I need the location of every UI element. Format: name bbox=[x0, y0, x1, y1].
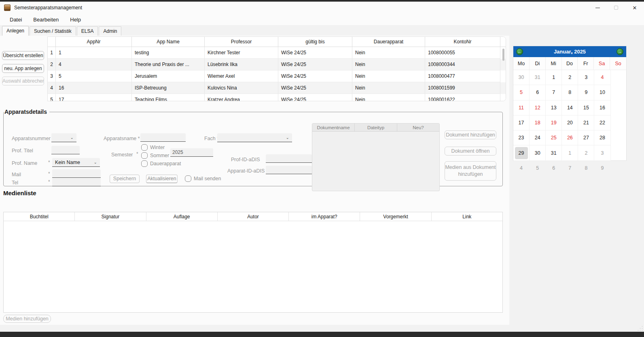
maximize-button[interactable] bbox=[607, 2, 625, 14]
tab-admin[interactable]: Admin bbox=[99, 26, 121, 36]
column-header[interactable]: gültig bis bbox=[278, 37, 352, 47]
scrollbar-thumb[interactable] bbox=[502, 49, 504, 61]
mail-input[interactable] bbox=[52, 169, 101, 178]
calendar-next-button[interactable]: → bbox=[616, 48, 623, 55]
calendar-day[interactable]: 14 bbox=[562, 100, 578, 115]
calendar-day[interactable]: 17 bbox=[513, 115, 530, 130]
table-row[interactable]: 35JerusalemWiemer AxelWiSe 24/25Nein1008… bbox=[48, 70, 506, 82]
calendar-day[interactable]: 16 bbox=[594, 100, 610, 115]
table-scrollbar[interactable] bbox=[502, 48, 505, 100]
menu-help[interactable]: Help bbox=[65, 15, 86, 24]
medien-hinzufuegen-button[interactable]: Medien hinzufügen bbox=[3, 315, 51, 323]
calendar-day[interactable]: 31 bbox=[546, 145, 562, 160]
speichern-button[interactable]: Speichern bbox=[110, 175, 140, 183]
calendar-day[interactable]: 3 bbox=[594, 145, 610, 160]
calendar-year[interactable]: 2025 bbox=[574, 49, 586, 55]
calendar-day[interactable]: 4 bbox=[513, 161, 530, 176]
calendar-day-selected[interactable]: 29 bbox=[513, 145, 530, 160]
prof-name-combo[interactable]: Kein Name⌄ bbox=[52, 158, 100, 167]
calendar-day[interactable]: 28 bbox=[594, 130, 610, 145]
calendar-day[interactable]: 30 bbox=[513, 70, 530, 85]
calendar-day[interactable]: 18 bbox=[530, 115, 546, 130]
calendar-day[interactable]: 4 bbox=[594, 70, 610, 85]
table-row[interactable]: 24Theorie und Praxis der ...Lüsebrink Il… bbox=[48, 59, 506, 70]
calendar-day[interactable]: 26 bbox=[562, 130, 578, 145]
column-header[interactable]: App Name bbox=[132, 37, 205, 47]
column-header[interactable]: Dauerapparat bbox=[352, 37, 425, 47]
tel-input[interactable] bbox=[52, 178, 101, 186]
calendar-day[interactable]: 1 bbox=[562, 145, 578, 160]
calendar-day[interactable]: 2 bbox=[562, 70, 578, 85]
uebersicht-erstellen-button[interactable]: Übersicht erstellen bbox=[2, 51, 44, 60]
sommer-radio[interactable] bbox=[141, 152, 148, 159]
calendar-day[interactable]: 7 bbox=[562, 161, 578, 176]
calendar-day[interactable]: 9 bbox=[594, 161, 610, 176]
calendar-day[interactable]: 24 bbox=[530, 130, 546, 145]
doc-column-header[interactable]: Dateityp bbox=[355, 124, 397, 131]
resize-grip-icon[interactable] bbox=[638, 326, 643, 331]
calendar-day[interactable]: 23 bbox=[513, 130, 530, 145]
menu-datei[interactable]: Datei bbox=[5, 15, 27, 24]
calendar-day[interactable]: 31 bbox=[530, 70, 546, 85]
apparatsnummer-combo[interactable]: ⌄ bbox=[51, 133, 76, 142]
calendar-day[interactable]: 8 bbox=[562, 85, 578, 100]
calendar-day[interactable]: 13 bbox=[546, 100, 562, 115]
medien-column-header[interactable]: Signatur bbox=[75, 212, 146, 221]
table-row[interactable]: 416ISP-BetreuungKulovics NinaWiSe 24/25N… bbox=[48, 82, 506, 94]
calendar-day[interactable]: 5 bbox=[530, 161, 546, 176]
neu-app-anlegen-button[interactable]: neu. App anlegen bbox=[2, 64, 44, 73]
calendar-day[interactable]: 7 bbox=[546, 85, 562, 100]
column-header[interactable]: KontoNr bbox=[425, 37, 500, 47]
medien-column-header[interactable]: Autor bbox=[218, 212, 289, 221]
menu-bearbeiten[interactable]: Bearbeiten bbox=[28, 15, 64, 24]
medien-aus-dokument-button[interactable]: Medien aus Dokument hinzufügen bbox=[445, 161, 496, 181]
calendar-day[interactable]: 25 bbox=[546, 130, 562, 145]
doc-column-header[interactable]: Neu? bbox=[397, 124, 439, 131]
calendar-day[interactable]: 3 bbox=[578, 70, 594, 85]
calendar-day[interactable]: 20 bbox=[562, 115, 578, 130]
column-header[interactable]: Professor bbox=[205, 37, 278, 47]
medien-column-header[interactable]: Link bbox=[432, 212, 502, 221]
calendar-month[interactable]: Januar bbox=[554, 49, 571, 55]
tab-anlegen[interactable]: Anlegen bbox=[2, 26, 29, 36]
column-header[interactable]: AppNr bbox=[56, 37, 132, 47]
semester-year-input[interactable] bbox=[170, 148, 213, 157]
calendar-day[interactable]: 15 bbox=[578, 100, 594, 115]
dauerapparat-radio[interactable] bbox=[141, 160, 148, 167]
dokument-oeffnen-button[interactable]: Dokument öffnen bbox=[445, 147, 496, 156]
prof-titel-input[interactable] bbox=[51, 146, 80, 154]
auswahl-abbrechen-button[interactable]: Auswahl abbrechen bbox=[2, 77, 44, 85]
calendar-day[interactable]: 21 bbox=[578, 115, 594, 130]
calendar-day[interactable]: 9 bbox=[578, 85, 594, 100]
table-row[interactable]: 11testingKirchner TesterWiSe 24/25Nein10… bbox=[48, 47, 506, 59]
medien-column-header[interactable]: Vorgemerkt bbox=[360, 212, 431, 221]
apparat-id-adis-input[interactable] bbox=[266, 166, 312, 174]
calendar-day[interactable]: 6 bbox=[530, 85, 546, 100]
calendar-day[interactable]: 19 bbox=[546, 115, 562, 130]
calendar-day[interactable]: 1 bbox=[546, 70, 562, 85]
close-button[interactable]: ✕ bbox=[625, 2, 644, 14]
calendar-day[interactable]: 2 bbox=[578, 145, 594, 160]
table-row[interactable]: 517Teaching FilmsKratzer AndreaWiSe 24/2… bbox=[48, 94, 506, 101]
calendar-day[interactable]: 8 bbox=[578, 161, 594, 176]
calendar-day[interactable]: 10 bbox=[594, 85, 610, 100]
calendar-day[interactable]: 12 bbox=[530, 100, 546, 115]
fach-combo[interactable]: ⌄ bbox=[217, 133, 292, 142]
apparatsname-input[interactable] bbox=[140, 133, 186, 142]
calendar-day[interactable]: 6 bbox=[546, 161, 562, 176]
tab-suchen-statistik[interactable]: Suchen / Statistik bbox=[30, 26, 76, 36]
mail-senden-checkbox[interactable] bbox=[185, 175, 191, 182]
tab-elsa[interactable]: ELSA bbox=[77, 26, 98, 36]
calendar-prev-button[interactable]: ← bbox=[516, 48, 523, 55]
calendar-day[interactable]: 22 bbox=[594, 115, 610, 130]
calendar-day[interactable]: 11 bbox=[513, 100, 530, 115]
calendar-day[interactable]: 30 bbox=[530, 145, 546, 160]
doc-column-header[interactable]: Dokumentname bbox=[312, 124, 355, 131]
medien-column-header[interactable]: Auflage bbox=[146, 212, 218, 221]
dokument-hinzufuegen-button[interactable]: Dokument hinzufügen bbox=[445, 130, 496, 139]
winter-radio[interactable] bbox=[141, 144, 148, 151]
calendar-day[interactable]: 5 bbox=[513, 85, 530, 100]
medien-column-header[interactable]: Buchtitel bbox=[4, 212, 75, 221]
prof-id-adis-input[interactable] bbox=[266, 154, 312, 163]
aktualisieren-button[interactable]: Aktualisieren bbox=[146, 175, 178, 183]
